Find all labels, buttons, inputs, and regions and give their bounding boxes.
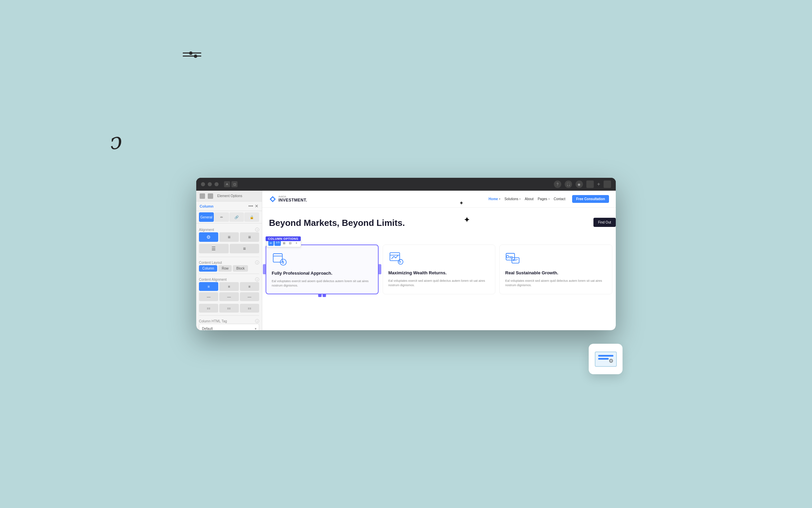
- content-alignment-label: Content Alignment: [199, 278, 227, 281]
- divider-1: [199, 257, 259, 257]
- card-left-handle[interactable]: [263, 264, 266, 274]
- ca-left-bot[interactable]: ⩵: [199, 304, 218, 313]
- align-btn-center[interactable]: ⚙: [199, 232, 218, 242]
- add-icon[interactable]: +: [597, 181, 600, 187]
- star-small-icon: ✦: [459, 200, 464, 206]
- content-align-row-3: ⩵ ⩵ ⩵: [199, 304, 259, 313]
- browser-window: A ◻ ? 🎧 ◉ + Element Options Column: [196, 178, 616, 330]
- ca-center-top[interactable]: ≡: [219, 282, 239, 291]
- ca-center-mid[interactable]: —: [219, 292, 239, 301]
- nav-home[interactable]: Home ▾: [489, 197, 500, 201]
- logo-name: INVESTMENT.: [278, 198, 307, 203]
- browser-content: Element Options Column ••• ✕ General ✏: [196, 191, 616, 330]
- tab-link[interactable]: 🔗: [229, 212, 244, 222]
- settings-icon[interactable]: [586, 181, 594, 188]
- card-edit-btn[interactable]: ✏: [268, 240, 274, 246]
- content-layout-buttons: Column Row Block: [199, 265, 259, 272]
- layout-row-button[interactable]: Row: [218, 265, 232, 272]
- nav-cta-button[interactable]: Free Consultation: [572, 195, 609, 203]
- browser-topbar: A ◻ ? 🎧 ◉ +: [196, 178, 616, 191]
- grid-icon: [200, 193, 205, 199]
- nav-about[interactable]: About: [525, 197, 534, 201]
- card-3-title: Real Sustainable Growth.: [505, 270, 607, 276]
- handle-dot-1: [318, 294, 321, 297]
- tab-icon-2: ◻: [231, 181, 238, 187]
- card-1[interactable]: ✏ 1/3 ⊞ ⊟ +: [266, 245, 379, 294]
- headphones-icon[interactable]: 🎧: [565, 181, 572, 188]
- nav-solutions[interactable]: Solutions ▾: [504, 197, 521, 201]
- card-counter: 1/3: [274, 240, 281, 246]
- tab-edit[interactable]: ✏: [214, 212, 229, 222]
- tab-icon-1: A: [224, 181, 230, 187]
- help-icon[interactable]: ?: [554, 181, 561, 188]
- menu-icon[interactable]: [604, 181, 611, 188]
- content-layout-section-header: Content Layout i: [199, 259, 259, 265]
- align-btn-right[interactable]: ≡: [240, 232, 259, 242]
- card-bottom-handle[interactable]: [318, 294, 326, 297]
- alignment-section-header: Alignment i: [199, 226, 259, 232]
- content-alignment-info-icon[interactable]: i: [255, 277, 259, 281]
- nav-pages[interactable]: Pages ▾: [538, 197, 549, 201]
- card-1-text: Eal voluptates exercit sed aioem quid de…: [272, 279, 373, 288]
- column-html-tag-select-wrapper: Default div section article ▾: [199, 324, 259, 330]
- tab-general[interactable]: General: [199, 212, 214, 222]
- left-panel: Element Options Column ••• ✕ General ✏: [196, 191, 262, 330]
- tab-lock[interactable]: 🔒: [244, 212, 259, 222]
- column-html-tag-info-icon[interactable]: i: [255, 319, 259, 323]
- content-alignment-section-header: Content Alignment i: [199, 276, 259, 282]
- content-align-row-1: ≡ ≡ ≡: [199, 282, 259, 291]
- panel-title-bar: Column ••• ✕: [196, 202, 262, 211]
- divider-3: [199, 315, 259, 316]
- widget-gear-icon: ⚙: [609, 358, 613, 364]
- svg-rect-2: [273, 254, 283, 262]
- svg-text:$: $: [282, 260, 284, 264]
- card-col-btn[interactable]: ⊟: [288, 240, 293, 246]
- ca-right-top[interactable]: ≡: [240, 282, 259, 291]
- close-panel-button[interactable]: ✕: [255, 204, 258, 209]
- column-title: Column: [200, 204, 213, 208]
- traffic-light-1: [201, 182, 205, 186]
- align-btn-top[interactable]: ☰: [199, 244, 229, 253]
- alignment-label: Alignment: [199, 228, 214, 232]
- content-align-row-2: — — —: [199, 292, 259, 301]
- align-btn-left[interactable]: ≡: [219, 232, 239, 242]
- layout-block-button[interactable]: Block: [233, 265, 248, 272]
- cards-grid: ✏ 1/3 ⊞ ⊟ +: [266, 245, 612, 294]
- panel-body: Alignment i ⚙ ≡ ≡ ☰ ≡ Content Layout i: [196, 224, 262, 330]
- card-2-text: Eal voluptates exercit sed aioem quid de…: [388, 279, 490, 288]
- card-3[interactable]: Real Sustainable Growth. Eal voluptates …: [499, 245, 612, 294]
- ca-left-mid[interactable]: —: [199, 292, 218, 301]
- traffic-light-2: [208, 182, 212, 186]
- card-1-icon: $: [272, 251, 287, 266]
- nav-contact[interactable]: Contact: [554, 197, 565, 201]
- ca-right-bot[interactable]: ⩵: [240, 304, 259, 313]
- swirl-decoration-icon: ↄ: [106, 128, 123, 155]
- alignment-info-icon[interactable]: i: [255, 228, 259, 232]
- card-1-title: Fully Professional Approach.: [272, 271, 373, 276]
- card-2[interactable]: Maximizing Wealth Returns. Eal voluptate…: [383, 245, 496, 294]
- site-navigation: AVADA INVESTMENT. Home ▾ Solutions ▾ Abo…: [262, 191, 616, 208]
- content-layout-info-icon[interactable]: i: [255, 260, 259, 264]
- eye-icon[interactable]: ◉: [576, 181, 583, 188]
- more-options-icon[interactable]: •••: [248, 204, 253, 209]
- browser-toolbar-icons: ? 🎧 ◉ +: [554, 181, 611, 188]
- card-right-handle[interactable]: [378, 264, 381, 274]
- ca-right-mid[interactable]: —: [240, 292, 259, 301]
- traffic-light-3: [215, 182, 219, 186]
- logo-icon: [269, 195, 276, 203]
- list-icon: [208, 193, 213, 199]
- hero-cta-button[interactable]: Find Out: [593, 218, 616, 227]
- column-html-tag-select[interactable]: Default div section article: [199, 324, 259, 330]
- home-dropdown-icon: ▾: [499, 198, 500, 200]
- panel-tabs: General ✏ 🔗 🔒: [196, 211, 262, 224]
- svg-point-12: [506, 255, 509, 258]
- alignment-grid-top: ⚙ ≡ ≡: [199, 232, 259, 242]
- ca-left-top[interactable]: ≡: [199, 282, 218, 291]
- card-2-title: Maximizing Wealth Returns.: [388, 270, 490, 276]
- layout-column-button[interactable]: Column: [199, 265, 217, 272]
- card-grid-btn[interactable]: ⊞: [281, 240, 287, 246]
- card-add-btn[interactable]: +: [294, 240, 299, 246]
- ca-center-bot[interactable]: ⩵: [219, 304, 239, 313]
- align-btn-bottom[interactable]: ≡: [230, 244, 260, 253]
- site-hero: Beyond Markets, Beyond Limits. Find Out: [262, 208, 616, 237]
